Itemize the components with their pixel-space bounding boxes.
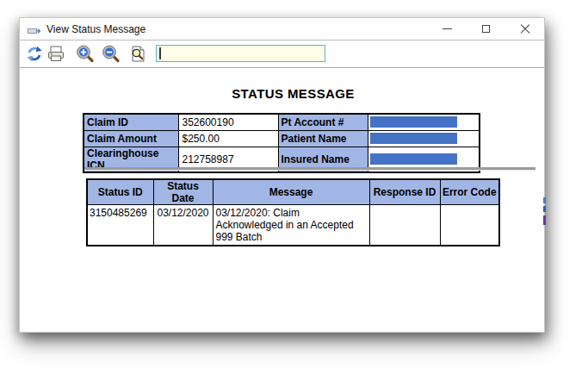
claim-table-body: Claim ID352600190Pt Account #Claim Amoun…: [84, 114, 480, 172]
status-row: 315048526903/12/202003/12/2020: Claim Ac…: [87, 205, 499, 246]
view-status-message-window: View Status Message: [19, 17, 545, 333]
redacted-value-bar: [370, 133, 457, 144]
refresh-icon: [25, 44, 44, 64]
screen: View Status Message: [0, 0, 588, 368]
error-code-cell: [440, 205, 499, 246]
close-icon: [520, 24, 530, 34]
find-in-page-button[interactable]: [128, 44, 147, 64]
claim-summary-table: Claim ID352600190Pt Account #Claim Amoun…: [83, 113, 480, 173]
minimize-button[interactable]: [428, 18, 467, 40]
claim-field-label: Pt Account #: [278, 114, 368, 130]
column-header-status-date: Status Date: [153, 179, 213, 205]
redacted-value-bar: [370, 116, 457, 128]
claim-field-value-redacted: [368, 114, 480, 130]
claim-field-label: Patient Name: [278, 130, 368, 147]
column-header-message: Message: [213, 179, 369, 205]
zoom-out-icon: [102, 44, 121, 64]
column-header-error-code: Error Code: [440, 179, 499, 205]
refresh-button[interactable]: [25, 44, 44, 64]
status-message-table: Status ID Status Date Message Response I…: [86, 178, 500, 246]
find-in-page-icon: [128, 44, 147, 64]
background-window-sliver: [543, 206, 546, 212]
search-input-wrap: [156, 45, 325, 62]
section-divider: [84, 167, 535, 171]
column-header-response-id: Response ID: [369, 179, 440, 205]
message-cell: 03/12/2020: Claim Acknowledged in an Acc…: [213, 205, 369, 246]
status-id-cell: 3150485269: [87, 205, 153, 246]
claim-field-value: 352600190: [178, 114, 278, 130]
status-table-header-row: Status ID Status Date Message Response I…: [87, 179, 499, 205]
print-button[interactable]: [46, 44, 65, 64]
claim-field-label: Claim ID: [84, 114, 178, 130]
search-input[interactable]: [156, 45, 325, 62]
maximize-icon: [482, 25, 490, 33]
claim-row: Claim Amount$250.00Patient Name: [84, 130, 480, 147]
claim-field-value: $250.00: [178, 130, 278, 147]
background-window-sliver: [543, 197, 546, 203]
background-window-sliver: [543, 215, 546, 225]
window-title: View Status Message: [46, 23, 145, 35]
zoom-in-button[interactable]: [76, 44, 95, 64]
maximize-button[interactable]: [467, 18, 505, 40]
redacted-value-bar: [370, 153, 457, 165]
window-controls: [428, 18, 544, 40]
status-table-body: 315048526903/12/202003/12/2020: Claim Ac…: [87, 205, 499, 246]
zoom-out-button[interactable]: [102, 44, 121, 64]
column-header-status-id: Status ID: [87, 179, 153, 205]
app-icon: [28, 24, 41, 34]
minimize-icon: [443, 28, 452, 30]
claim-field-label: Claim Amount: [84, 130, 178, 147]
zoom-in-icon: [76, 44, 95, 64]
content-area: STATUS MESSAGE Claim ID352600190Pt Accou…: [20, 69, 544, 332]
title-bar[interactable]: View Status Message: [20, 18, 544, 41]
text-cursor: [159, 47, 161, 59]
status-date-cell: 03/12/2020: [153, 205, 213, 246]
claim-row: Claim ID352600190Pt Account #: [84, 114, 480, 130]
claim-field-value-redacted: [368, 130, 480, 147]
response-id-cell: [369, 205, 440, 246]
toolbar: [20, 41, 544, 68]
close-button[interactable]: [505, 18, 544, 40]
page-title: STATUS MESSAGE: [42, 86, 544, 101]
print-icon: [46, 44, 65, 64]
